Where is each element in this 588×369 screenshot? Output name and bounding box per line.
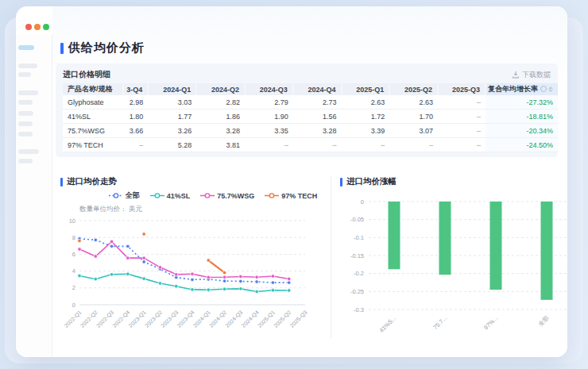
bar-全部 xyxy=(541,202,553,300)
close-window-button[interactable] xyxy=(25,24,32,30)
series-97% TECH xyxy=(78,233,226,275)
price-table: 产品名称/规格3-Q42024-Q12024-Q22024-Q32024-Q42… xyxy=(63,83,558,152)
charts-divider xyxy=(331,176,331,338)
app-window: 供给均价分析 进口价格明细 下载数据 产品名称/规格3-Q42024-Q1202… xyxy=(16,6,567,357)
sidebar-item[interactable] xyxy=(18,159,33,163)
change-chart-svg: 0-0.05-0.1-0.15-0.2-0.25-0.341%S...75.7.… xyxy=(337,190,567,335)
value-cell: 3.66 xyxy=(123,124,149,138)
trend-chart-legend: 全部41%SL75.7%WSG97% TECH xyxy=(108,190,318,201)
svg-text:-0.2: -0.2 xyxy=(354,270,364,277)
legend-label: 97% TECH xyxy=(281,192,317,200)
legend-marker-icon xyxy=(109,192,123,199)
svg-text:-0.1: -0.1 xyxy=(354,234,364,241)
bar-41%S... xyxy=(389,202,400,269)
svg-text:-0.05: -0.05 xyxy=(350,216,364,223)
column-header: 2024-Q1 xyxy=(148,83,196,95)
column-header[interactable]: 复合年均增长率 xyxy=(485,83,558,95)
column-header: 2025-Q3 xyxy=(438,83,485,95)
charts-row: 进口均价走势 全部41%SL75.7%WSG97% TECH 数量单位均价： 美… xyxy=(52,170,567,357)
value-cell: 1.56 xyxy=(293,110,342,124)
svg-text:-0.15: -0.15 xyxy=(350,252,364,259)
column-header: 2024-Q4 xyxy=(293,83,342,95)
value-cell: 3.81 xyxy=(196,138,245,152)
svg-text:75.7...: 75.7... xyxy=(431,314,448,331)
change-chart-section: 进口均价涨幅 0-0.05-0.1-0.15-0.2-0.25-0.341%S.… xyxy=(335,170,567,357)
value-cell: 5.28 xyxy=(148,138,196,152)
legend-label: 41%SL xyxy=(167,192,191,200)
sidebar-item[interactable] xyxy=(18,100,33,105)
value-cell: 1.90 xyxy=(245,110,293,124)
legend-item-97% TECH[interactable]: 97% TECH xyxy=(265,190,317,201)
main-content: 供给均价分析 进口价格明细 下载数据 产品名称/规格3-Q42024-Q1202… xyxy=(52,6,567,357)
series-41%SL xyxy=(78,272,291,294)
legend-item-41%SL[interactable]: 41%SL xyxy=(150,190,191,201)
legend-marker-icon xyxy=(150,192,164,199)
table-card-title: 进口价格明细 xyxy=(63,69,110,80)
value-cell: – xyxy=(389,138,438,152)
minimize-window-button[interactable] xyxy=(34,24,41,30)
value-cell: 3.39 xyxy=(342,124,390,138)
trend-chart-section: 进口均价走势 全部41%SL75.7%WSG97% TECH 数量单位均价： 美… xyxy=(56,170,318,357)
sidebar xyxy=(16,35,52,357)
value-cell: 1.80 xyxy=(123,110,149,124)
cagr-cell: -24.50% xyxy=(485,138,558,152)
table-row: 75.7%WSG3.663.263.283.353.283.393.07–-20… xyxy=(63,124,558,138)
change-bars xyxy=(389,202,553,300)
cagr-cell: -18.81% xyxy=(485,110,558,124)
value-cell: – xyxy=(438,95,485,110)
product-name-cell: 41%SL xyxy=(63,110,123,124)
info-icon[interactable] xyxy=(540,86,547,92)
sidebar-item[interactable] xyxy=(18,132,33,136)
trend-x-labels: 2022-Q12022-Q22022-Q32022-Q42023-Q12023-… xyxy=(63,309,308,329)
value-cell: – xyxy=(438,124,485,138)
value-cell: 3.03 xyxy=(148,95,196,110)
svg-text:0: 0 xyxy=(361,198,364,206)
value-cell: – xyxy=(438,138,485,152)
svg-text:41%S...: 41%S... xyxy=(377,314,397,334)
table-row: Glyphosate2.983.032.822.792.732.632.63–-… xyxy=(63,95,558,110)
svg-text:2: 2 xyxy=(72,284,75,291)
trend-title-accent-bar xyxy=(60,178,63,186)
value-cell: 2.79 xyxy=(245,95,293,110)
value-cell: – xyxy=(438,110,485,124)
sidebar-item[interactable] xyxy=(18,121,33,126)
value-cell: – xyxy=(123,138,149,152)
value-cell: 2.63 xyxy=(389,95,438,110)
trend-chart-svg: 02468102022-Q12022-Q22022-Q32022-Q42023-… xyxy=(62,213,313,340)
product-name-cell: 97% TECH xyxy=(63,138,123,152)
cagr-cell: -20.34% xyxy=(485,124,558,138)
maximize-window-button[interactable] xyxy=(43,24,49,30)
svg-text:6: 6 xyxy=(72,251,75,258)
sidebar-item[interactable] xyxy=(18,90,38,95)
svg-text:2025-Q3: 2025-Q3 xyxy=(288,309,308,329)
column-header: 3-Q4 xyxy=(123,83,149,95)
sidebar-item[interactable] xyxy=(18,111,33,116)
download-icon xyxy=(512,71,520,79)
sidebar-item[interactable] xyxy=(18,149,39,154)
value-cell: 2.73 xyxy=(293,95,342,110)
bar-97%... xyxy=(490,202,502,290)
value-cell: 2.82 xyxy=(196,95,245,110)
sidebar-item-active[interactable] xyxy=(18,45,34,50)
download-data-button[interactable]: 下载数据 xyxy=(512,70,551,80)
value-cell: 1.77 xyxy=(148,110,196,124)
svg-text:10: 10 xyxy=(69,217,75,225)
sidebar-item[interactable] xyxy=(18,72,31,77)
sort-icon[interactable] xyxy=(548,86,553,92)
column-header: 2025-Q1 xyxy=(342,83,390,95)
product-name-cell: Glyphosate xyxy=(63,95,123,110)
legend-item-全部[interactable]: 全部 xyxy=(109,190,140,201)
legend-item-75.7%WSG[interactable]: 75.7%WSG xyxy=(200,190,254,201)
change-x-labels: 41%S...75.7...97%...全部 xyxy=(377,314,550,334)
value-cell: 1.72 xyxy=(342,110,390,124)
legend-marker-icon xyxy=(200,192,215,199)
value-cell: 3.07 xyxy=(389,124,438,138)
svg-text:4: 4 xyxy=(72,267,75,275)
value-cell: 1.86 xyxy=(196,110,245,124)
page-title-row: 供给均价分析 xyxy=(60,40,145,56)
sidebar-item[interactable] xyxy=(18,63,37,68)
trend-gridlines: 0246810 xyxy=(69,217,305,309)
change-gridlines: 0-0.05-0.1-0.15-0.2-0.25-0.3 xyxy=(350,198,567,313)
title-accent-bar xyxy=(60,43,64,54)
svg-text:全部: 全部 xyxy=(536,314,550,328)
